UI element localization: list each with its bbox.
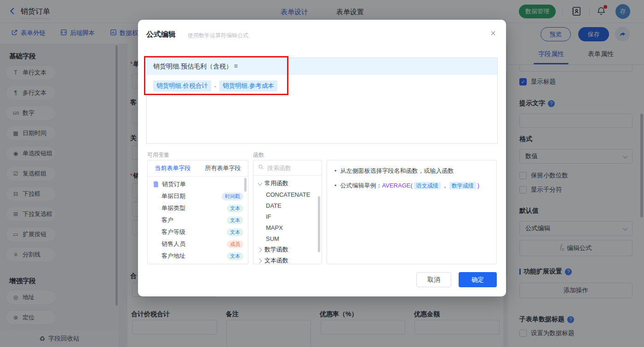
type-badge: 文本: [227, 216, 243, 224]
variables-pane: 当前表单字段 所有表单字段 销货订单 单据日期时间戳 单据类型文本 客户文本 客…: [147, 160, 248, 264]
functions-scrollbar[interactable]: [318, 196, 320, 252]
formula-field-chip[interactable]: 销货明细.价税合计: [153, 80, 211, 91]
formula-editor[interactable]: 销货明细.预估毛利（含税） = 销货明细.价税合计 - 销货明细.参考成本: [146, 57, 498, 144]
app-window: 销货订单 表单设计 表单设置 数据管理 存 表单外链 后端脚本 数据权限 预览 …: [0, 0, 644, 347]
search-icon: [258, 164, 264, 171]
function-item[interactable]: SUM: [253, 233, 322, 244]
help-line-1: 从左侧面板选择字段名和函数，或输入函数: [334, 166, 489, 175]
function-item[interactable]: DATE: [253, 200, 322, 211]
function-group[interactable]: 文本函数: [253, 255, 322, 264]
cancel-button[interactable]: 取消: [416, 272, 451, 287]
example-chip: 数学成绩: [449, 182, 476, 189]
tab-all-form-fields[interactable]: 所有表单字段: [198, 160, 248, 176]
formula-edit-dialog: 公式编辑 使用数学运算符编辑公式 × 销货明细.预估毛利（含税） = 销货明细.…: [138, 20, 506, 296]
functions-pane: 常用函数 CONCATENATE DATE IF MAPX SUM 数学函数 文…: [253, 160, 322, 264]
variable-row[interactable]: 单据类型文本: [148, 202, 248, 214]
function-group[interactable]: 数学函数: [253, 244, 322, 255]
variables-scrollbar[interactable]: [244, 178, 247, 192]
function-name: AVERAGE(: [382, 182, 413, 189]
function-item[interactable]: IF: [253, 211, 322, 222]
type-badge: 文本: [227, 228, 243, 236]
type-badge: 文本: [227, 252, 243, 260]
variable-row[interactable]: 客户文本: [148, 214, 248, 226]
variable-row[interactable]: 单据日期时间戳: [148, 190, 248, 202]
function-group[interactable]: 常用函数: [253, 178, 322, 189]
tab-current-form-fields[interactable]: 当前表单字段: [148, 160, 198, 176]
example-chip: 语文成绩: [414, 182, 441, 189]
confirm-button[interactable]: 确定: [459, 272, 497, 287]
close-icon[interactable]: ×: [490, 28, 496, 39]
variable-row[interactable]: 客户地址文本: [148, 250, 248, 262]
chevron-right-icon: [258, 258, 262, 263]
chevron-right-icon: [258, 247, 262, 252]
chevron-down-icon: [258, 181, 262, 185]
variable-row[interactable]: 客户等级文本: [148, 226, 248, 238]
function-search-input[interactable]: [267, 165, 317, 171]
form-doc-icon: [153, 181, 159, 188]
form-node[interactable]: 销货订单: [148, 178, 248, 190]
formula-field-chip[interactable]: 销货明细.参考成本: [219, 80, 277, 91]
minus-operator: -: [214, 83, 216, 90]
type-badge: 成员: [227, 240, 243, 248]
formula-target: 销货明细.预估毛利（含税） =: [147, 58, 497, 75]
variables-pane-label: 可用变量: [147, 151, 169, 159]
functions-pane-label: 函数: [253, 151, 264, 159]
variable-row[interactable]: 销售人员成员: [148, 238, 248, 250]
dialog-title: 公式编辑: [146, 30, 176, 40]
dialog-subtitle: 使用数学运算符编辑公式: [188, 32, 248, 40]
function-search[interactable]: [253, 160, 322, 176]
variable-row-partial[interactable]: [148, 262, 248, 264]
help-line-2: 公式编辑举例：AVERAGE(语文成绩，数学成绩): [334, 181, 489, 190]
function-item[interactable]: CONCATENATE: [253, 189, 322, 200]
help-pane: 从左侧面板选择字段名和函数，或输入函数 公式编辑举例：AVERAGE(语文成绩，…: [327, 160, 497, 264]
function-item[interactable]: MAPX: [253, 222, 322, 233]
type-badge: 文本: [227, 205, 243, 212]
type-badge: 时间戳: [222, 193, 243, 200]
